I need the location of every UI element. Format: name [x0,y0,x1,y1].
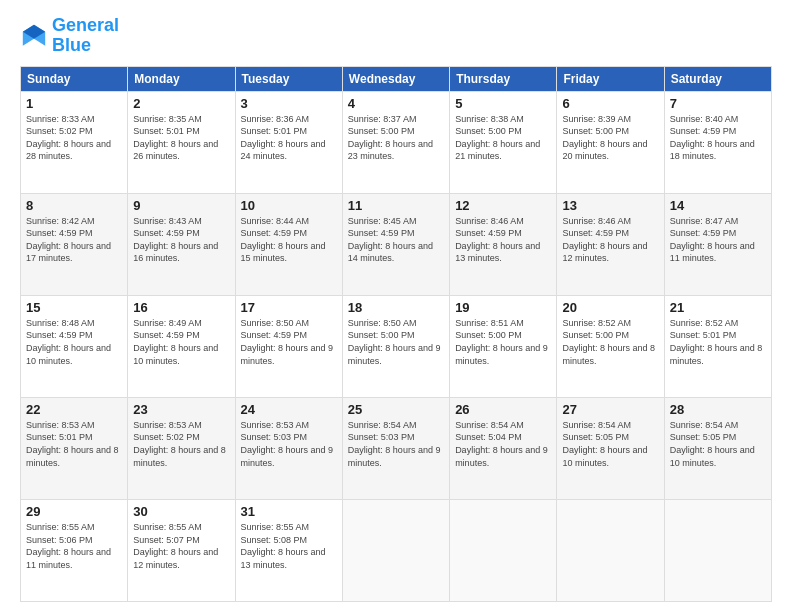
day-number: 7 [670,96,766,111]
day-number: 23 [133,402,229,417]
day-number: 5 [455,96,551,111]
page: General Blue SundayMondayTuesdayWednesda… [0,0,792,612]
day-info: Sunrise: 8:55 AMSunset: 5:06 PMDaylight:… [26,521,122,571]
calendar-cell [557,499,664,601]
calendar-cell: 19 Sunrise: 8:51 AMSunset: 5:00 PMDaylig… [450,295,557,397]
day-number: 1 [26,96,122,111]
day-info: Sunrise: 8:40 AMSunset: 4:59 PMDaylight:… [670,113,766,163]
day-number: 30 [133,504,229,519]
day-info: Sunrise: 8:35 AMSunset: 5:01 PMDaylight:… [133,113,229,163]
day-info: Sunrise: 8:39 AMSunset: 5:00 PMDaylight:… [562,113,658,163]
day-info: Sunrise: 8:46 AMSunset: 4:59 PMDaylight:… [562,215,658,265]
calendar-cell: 23 Sunrise: 8:53 AMSunset: 5:02 PMDaylig… [128,397,235,499]
calendar-body: 1 Sunrise: 8:33 AMSunset: 5:02 PMDayligh… [21,91,772,601]
calendar-header-sunday: Sunday [21,66,128,91]
day-info: Sunrise: 8:53 AMSunset: 5:01 PMDaylight:… [26,419,122,469]
calendar-week-4: 22 Sunrise: 8:53 AMSunset: 5:01 PMDaylig… [21,397,772,499]
calendar-cell: 7 Sunrise: 8:40 AMSunset: 4:59 PMDayligh… [664,91,771,193]
calendar-cell: 15 Sunrise: 8:48 AMSunset: 4:59 PMDaylig… [21,295,128,397]
calendar-cell: 1 Sunrise: 8:33 AMSunset: 5:02 PMDayligh… [21,91,128,193]
day-number: 29 [26,504,122,519]
logo-icon [20,22,48,50]
calendar-header-tuesday: Tuesday [235,66,342,91]
calendar-cell: 5 Sunrise: 8:38 AMSunset: 5:00 PMDayligh… [450,91,557,193]
calendar-cell: 2 Sunrise: 8:35 AMSunset: 5:01 PMDayligh… [128,91,235,193]
day-info: Sunrise: 8:52 AMSunset: 5:00 PMDaylight:… [562,317,658,367]
calendar-cell: 9 Sunrise: 8:43 AMSunset: 4:59 PMDayligh… [128,193,235,295]
day-number: 19 [455,300,551,315]
day-number: 28 [670,402,766,417]
calendar-cell: 31 Sunrise: 8:55 AMSunset: 5:08 PMDaylig… [235,499,342,601]
day-info: Sunrise: 8:55 AMSunset: 5:08 PMDaylight:… [241,521,337,571]
calendar-week-3: 15 Sunrise: 8:48 AMSunset: 4:59 PMDaylig… [21,295,772,397]
day-number: 15 [26,300,122,315]
day-number: 22 [26,402,122,417]
calendar-cell: 14 Sunrise: 8:47 AMSunset: 4:59 PMDaylig… [664,193,771,295]
day-number: 24 [241,402,337,417]
day-number: 14 [670,198,766,213]
calendar-cell: 26 Sunrise: 8:54 AMSunset: 5:04 PMDaylig… [450,397,557,499]
day-number: 10 [241,198,337,213]
calendar-header-row: SundayMondayTuesdayWednesdayThursdayFrid… [21,66,772,91]
day-number: 16 [133,300,229,315]
day-info: Sunrise: 8:37 AMSunset: 5:00 PMDaylight:… [348,113,444,163]
day-number: 25 [348,402,444,417]
calendar-cell [450,499,557,601]
calendar-cell: 28 Sunrise: 8:54 AMSunset: 5:05 PMDaylig… [664,397,771,499]
day-number: 26 [455,402,551,417]
logo-text: General Blue [52,16,119,56]
calendar-cell [664,499,771,601]
day-info: Sunrise: 8:53 AMSunset: 5:03 PMDaylight:… [241,419,337,469]
calendar-cell: 17 Sunrise: 8:50 AMSunset: 4:59 PMDaylig… [235,295,342,397]
calendar-cell: 11 Sunrise: 8:45 AMSunset: 4:59 PMDaylig… [342,193,449,295]
calendar-cell: 10 Sunrise: 8:44 AMSunset: 4:59 PMDaylig… [235,193,342,295]
calendar-cell: 16 Sunrise: 8:49 AMSunset: 4:59 PMDaylig… [128,295,235,397]
day-info: Sunrise: 8:55 AMSunset: 5:07 PMDaylight:… [133,521,229,571]
header: General Blue [20,16,772,56]
day-info: Sunrise: 8:50 AMSunset: 4:59 PMDaylight:… [241,317,337,367]
day-info: Sunrise: 8:45 AMSunset: 4:59 PMDaylight:… [348,215,444,265]
day-number: 6 [562,96,658,111]
calendar-cell: 18 Sunrise: 8:50 AMSunset: 5:00 PMDaylig… [342,295,449,397]
calendar-table: SundayMondayTuesdayWednesdayThursdayFrid… [20,66,772,602]
day-number: 17 [241,300,337,315]
calendar-header-saturday: Saturday [664,66,771,91]
day-info: Sunrise: 8:53 AMSunset: 5:02 PMDaylight:… [133,419,229,469]
day-info: Sunrise: 8:36 AMSunset: 5:01 PMDaylight:… [241,113,337,163]
day-info: Sunrise: 8:47 AMSunset: 4:59 PMDaylight:… [670,215,766,265]
calendar-week-5: 29 Sunrise: 8:55 AMSunset: 5:06 PMDaylig… [21,499,772,601]
day-info: Sunrise: 8:52 AMSunset: 5:01 PMDaylight:… [670,317,766,367]
day-number: 11 [348,198,444,213]
calendar-cell: 24 Sunrise: 8:53 AMSunset: 5:03 PMDaylig… [235,397,342,499]
day-info: Sunrise: 8:54 AMSunset: 5:04 PMDaylight:… [455,419,551,469]
calendar-header-wednesday: Wednesday [342,66,449,91]
calendar-cell: 3 Sunrise: 8:36 AMSunset: 5:01 PMDayligh… [235,91,342,193]
day-number: 2 [133,96,229,111]
day-info: Sunrise: 8:46 AMSunset: 4:59 PMDaylight:… [455,215,551,265]
calendar-cell: 22 Sunrise: 8:53 AMSunset: 5:01 PMDaylig… [21,397,128,499]
day-info: Sunrise: 8:33 AMSunset: 5:02 PMDaylight:… [26,113,122,163]
day-info: Sunrise: 8:54 AMSunset: 5:05 PMDaylight:… [670,419,766,469]
calendar-header-monday: Monday [128,66,235,91]
calendar-cell [342,499,449,601]
day-info: Sunrise: 8:51 AMSunset: 5:00 PMDaylight:… [455,317,551,367]
day-info: Sunrise: 8:50 AMSunset: 5:00 PMDaylight:… [348,317,444,367]
calendar-week-2: 8 Sunrise: 8:42 AMSunset: 4:59 PMDayligh… [21,193,772,295]
calendar-cell: 12 Sunrise: 8:46 AMSunset: 4:59 PMDaylig… [450,193,557,295]
day-info: Sunrise: 8:43 AMSunset: 4:59 PMDaylight:… [133,215,229,265]
day-info: Sunrise: 8:49 AMSunset: 4:59 PMDaylight:… [133,317,229,367]
calendar-cell: 6 Sunrise: 8:39 AMSunset: 5:00 PMDayligh… [557,91,664,193]
calendar-header-friday: Friday [557,66,664,91]
day-number: 21 [670,300,766,315]
day-number: 18 [348,300,444,315]
day-info: Sunrise: 8:54 AMSunset: 5:05 PMDaylight:… [562,419,658,469]
day-info: Sunrise: 8:42 AMSunset: 4:59 PMDaylight:… [26,215,122,265]
calendar-cell: 30 Sunrise: 8:55 AMSunset: 5:07 PMDaylig… [128,499,235,601]
day-number: 31 [241,504,337,519]
day-info: Sunrise: 8:44 AMSunset: 4:59 PMDaylight:… [241,215,337,265]
day-number: 4 [348,96,444,111]
day-number: 20 [562,300,658,315]
day-info: Sunrise: 8:54 AMSunset: 5:03 PMDaylight:… [348,419,444,469]
day-number: 12 [455,198,551,213]
day-number: 8 [26,198,122,213]
